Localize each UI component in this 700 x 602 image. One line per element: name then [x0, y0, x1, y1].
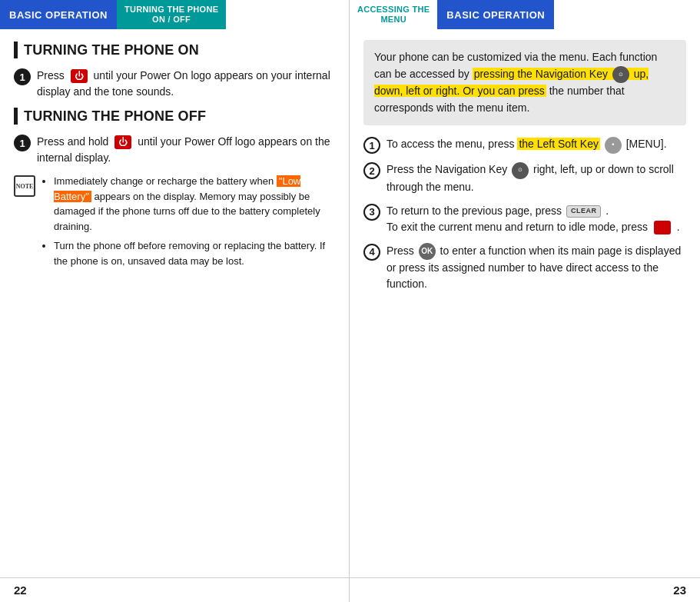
- step-turn-on: 1 Press until your Power On logo appears…: [14, 68, 335, 100]
- right-step-num-4: 4: [363, 244, 380, 261]
- menu-icon-red: [654, 221, 671, 234]
- page-container: BASIC OPERATION TURNING THE PHONE ON / O…: [0, 0, 700, 577]
- power-hold-icon: [114, 135, 131, 149]
- right-step-4-text: Press OK to enter a function when its ma…: [386, 243, 686, 292]
- left-header-section-title: TURNING THE PHONE ON / OFF: [117, 0, 226, 29]
- note-item-2: Turn the phone off before removing or re…: [54, 238, 335, 268]
- info-box: Your phone can be customized via the men…: [363, 40, 686, 125]
- menu-key-icon: •: [605, 137, 622, 154]
- page-number-right: 23: [350, 578, 700, 602]
- heading-bar: [14, 42, 18, 58]
- page-number-left: 22: [0, 578, 350, 602]
- right-step-3-text: To return to the previous page, press CL…: [386, 203, 680, 235]
- note-icon: NOTE: [14, 175, 35, 197]
- left-column: BASIC OPERATION TURNING THE PHONE ON / O…: [0, 0, 350, 577]
- nav-key-icon: ⊙: [612, 66, 629, 83]
- right-column: ACCESSING THE MENU BASIC OPERATION Your …: [350, 0, 700, 577]
- right-header-bar: ACCESSING THE MENU BASIC OPERATION: [350, 0, 700, 29]
- right-step-num-1: 1: [363, 137, 380, 154]
- right-content: Your phone can be customized via the men…: [350, 29, 700, 577]
- right-step-num-2: 2: [363, 162, 380, 179]
- section-phone-off-title: TURNING THE PHONE OFF: [24, 108, 206, 125]
- right-step-1-text: To access the menu, press the Left Soft …: [386, 136, 667, 153]
- right-step-3: 3 To return to the previous page, press …: [363, 203, 686, 235]
- section-phone-off-heading: TURNING THE PHONE OFF: [14, 108, 335, 125]
- right-header-basic-operation: BASIC OPERATION: [437, 0, 554, 29]
- note-item-1: Immediately change or recharge the batte…: [54, 174, 335, 234]
- right-step-num-3: 3: [363, 204, 380, 221]
- power-button-icon: [71, 69, 88, 83]
- section-phone-on-title: TURNING THE PHONE ON: [24, 42, 199, 58]
- clear-button: CLEAR: [566, 205, 602, 218]
- step-num-1b: 1: [14, 135, 31, 151]
- left-header-basic-operation: BASIC OPERATION: [0, 0, 117, 29]
- note-list: Immediately change or recharge the batte…: [43, 174, 335, 273]
- right-step-2-text: Press the Navigation Key ⊙ right, left, …: [386, 161, 686, 195]
- right-step-1: 1 To access the menu, press the Left Sof…: [363, 136, 686, 154]
- section-phone-on-heading: TURNING THE PHONE ON: [14, 42, 335, 58]
- nav-key-icon-2: ⊙: [512, 162, 529, 179]
- step-turn-off-text: Press and hold until your Power Off logo…: [37, 134, 335, 166]
- note-box: NOTE Immediately change or recharge the …: [14, 174, 335, 273]
- left-soft-key-highlight: the Left Soft Key: [517, 138, 600, 150]
- right-header-accessing: ACCESSING THE MENU: [350, 0, 437, 29]
- ok-key-icon: OK: [419, 243, 436, 260]
- left-header-bar: BASIC OPERATION TURNING THE PHONE ON / O…: [0, 0, 349, 29]
- step-turn-off: 1 Press and hold until your Power Off lo…: [14, 134, 335, 166]
- right-step-2: 2 Press the Navigation Key ⊙ right, left…: [363, 161, 686, 195]
- step-num-1: 1: [14, 68, 31, 85]
- footer: 22 23: [0, 577, 700, 602]
- heading-bar-2: [14, 108, 18, 125]
- right-step-4: 4 Press OK to enter a function when its …: [363, 243, 686, 292]
- step-turn-on-text: Press until your Power On logo appears o…: [37, 68, 335, 100]
- left-content: TURNING THE PHONE ON 1 Press until your …: [0, 29, 349, 577]
